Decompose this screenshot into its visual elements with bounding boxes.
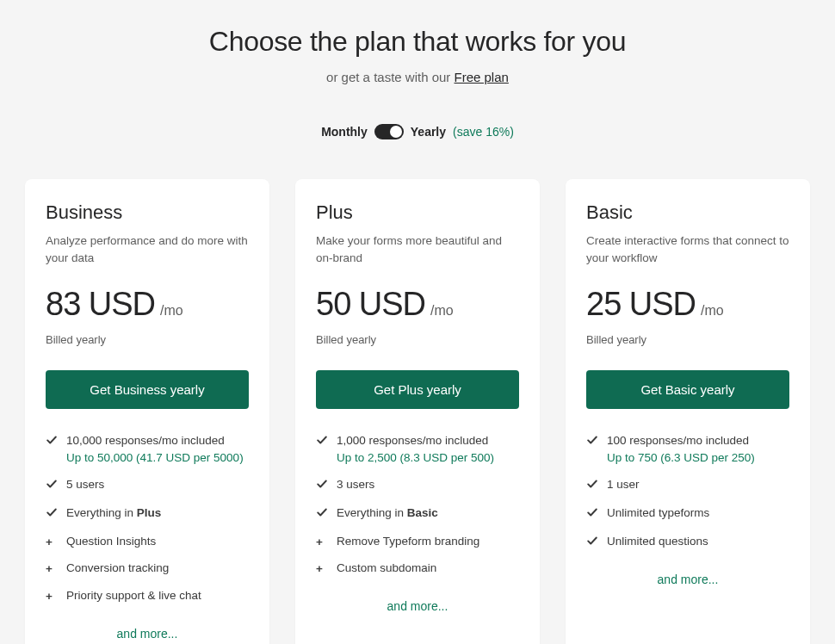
get-plus-button[interactable]: Get Plus yearly — [316, 370, 519, 409]
feature-text: Remove Typeform branding — [337, 534, 479, 551]
feature-text: Everything in Plus — [66, 505, 161, 523]
and-more: and more... — [46, 626, 249, 641]
plan-price-row: 50 USD/mo — [316, 286, 519, 323]
plan-description: Make your forms more beautiful and on-br… — [316, 232, 519, 267]
monthly-label[interactable]: Monthly — [321, 125, 368, 139]
plan-billed: Billed yearly — [316, 333, 519, 346]
plan-name: Business — [46, 201, 249, 224]
page-title: Choose the plan that works for you — [24, 26, 811, 58]
and-more-link[interactable]: and more... — [387, 599, 448, 613]
feature-text: Unlimited questions — [607, 534, 708, 552]
feature-item: +Priority support & live chat — [46, 583, 249, 610]
free-plan-link[interactable]: Free plan — [455, 70, 509, 84]
feature-item: 1 user — [586, 472, 789, 500]
feature-text: Conversion tracking — [66, 560, 169, 578]
check-icon — [316, 434, 328, 467]
check-icon — [46, 478, 58, 495]
and-more-link[interactable]: and more... — [117, 627, 178, 641]
feature-subtext: Up to 2,500 (8.3 USD per 500) — [337, 450, 494, 467]
feature-item: Everything in Plus — [46, 500, 249, 529]
billing-toggle[interactable] — [374, 124, 404, 139]
get-basic-button[interactable]: Get Basic yearly — [586, 370, 789, 409]
plan-name: Basic — [586, 201, 789, 224]
save-badge: (save 16%) — [453, 125, 514, 139]
check-icon — [316, 478, 328, 495]
feature-text: 1 user — [607, 477, 640, 495]
check-icon — [586, 434, 598, 467]
feature-item: 100 responses/mo includedUp to 750 (6.3 … — [586, 428, 789, 472]
feature-text: 5 users — [66, 477, 104, 495]
plan-period: /mo — [160, 303, 183, 319]
feature-item: Unlimited questions — [586, 529, 789, 557]
feature-item: +Custom subdomain — [316, 555, 519, 583]
check-icon — [46, 434, 58, 467]
plan-price-row: 83 USD/mo — [46, 286, 249, 323]
plus-icon: + — [316, 535, 328, 551]
pricing-cards: BusinessAnalyze performance and do more … — [24, 179, 811, 644]
plan-description: Analyze performance and do more with you… — [46, 232, 249, 267]
feature-text: 10,000 responses/mo includedUp to 50,000… — [66, 433, 244, 467]
feature-item: Unlimited typeforms — [586, 500, 789, 529]
feature-item: 3 users — [316, 472, 519, 500]
billing-toggle-row: Monthly Yearly (save 16%) — [24, 124, 811, 139]
feature-item: 10,000 responses/mo includedUp to 50,000… — [46, 428, 249, 472]
check-icon — [586, 506, 598, 523]
plan-features: 10,000 responses/mo includedUp to 50,000… — [46, 428, 249, 610]
plan-card-business: BusinessAnalyze performance and do more … — [25, 179, 269, 644]
yearly-label[interactable]: Yearly — [411, 125, 446, 139]
subtitle: or get a taste with our Free plan — [24, 70, 811, 84]
plan-card-plus: PlusMake your forms more beautiful and o… — [295, 179, 540, 644]
feature-item: 1,000 responses/mo includedUp to 2,500 (… — [316, 428, 519, 472]
get-business-button[interactable]: Get Business yearly — [46, 370, 249, 409]
feature-item: +Conversion tracking — [46, 555, 249, 583]
plan-price: 25 USD — [586, 286, 696, 323]
feature-text: 100 responses/mo includedUp to 750 (6.3 … — [607, 433, 755, 467]
plan-price: 50 USD — [316, 286, 425, 323]
and-more: and more... — [586, 572, 789, 587]
plan-billed: Billed yearly — [586, 333, 789, 346]
feature-subtext: Up to 750 (6.3 USD per 250) — [607, 450, 755, 467]
plus-icon: + — [46, 589, 58, 605]
plan-features: 1,000 responses/mo includedUp to 2,500 (… — [316, 428, 519, 583]
feature-text: 1,000 responses/mo includedUp to 2,500 (… — [337, 433, 494, 467]
plan-card-basic: BasicCreate interactive forms that conne… — [566, 179, 810, 644]
check-icon — [316, 506, 328, 523]
feature-text: 3 users — [337, 477, 374, 495]
and-more-link[interactable]: and more... — [658, 573, 719, 586]
plus-icon: + — [316, 561, 328, 578]
plan-price-row: 25 USD/mo — [586, 286, 789, 323]
feature-text: Everything in Basic — [337, 505, 438, 523]
feature-text: Question Insights — [66, 534, 156, 551]
feature-item: +Remove Typeform branding — [316, 529, 519, 556]
plus-icon: + — [46, 535, 58, 551]
check-icon — [586, 478, 598, 495]
feature-subtext: Up to 50,000 (41.7 USD per 5000) — [66, 450, 244, 467]
feature-text: Custom subdomain — [337, 560, 436, 578]
plan-features: 100 responses/mo includedUp to 750 (6.3 … — [586, 428, 789, 556]
feature-item: 5 users — [46, 472, 249, 500]
check-icon — [46, 506, 58, 523]
feature-item: Everything in Basic — [316, 500, 519, 529]
plan-period: /mo — [430, 303, 454, 319]
subtitle-prefix: or get a taste with our — [326, 70, 454, 84]
and-more: and more... — [316, 598, 519, 614]
feature-item: +Question Insights — [46, 529, 249, 556]
check-icon — [586, 535, 598, 552]
plus-icon: + — [46, 561, 58, 578]
plan-period: /mo — [701, 303, 724, 319]
plan-billed: Billed yearly — [46, 333, 249, 346]
feature-text: Unlimited typeforms — [607, 505, 709, 523]
plan-description: Create interactive forms that connect to… — [586, 232, 789, 267]
plan-name: Plus — [316, 201, 519, 224]
feature-text: Priority support & live chat — [66, 588, 201, 605]
plan-price: 83 USD — [46, 286, 155, 323]
